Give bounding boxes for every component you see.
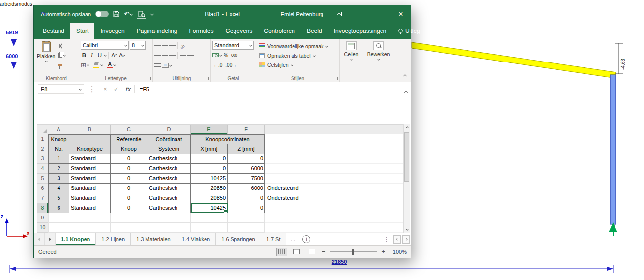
- cell-F3[interactable]: 0: [228, 154, 265, 164]
- cell-D6[interactable]: Carthesisch: [147, 184, 191, 193]
- cell-E6[interactable]: 20850: [191, 184, 228, 193]
- confirm-entry-icon[interactable]: [111, 86, 121, 93]
- cell-E8[interactable]: 10425: [191, 203, 228, 213]
- cell-A4[interactable]: 2: [48, 164, 69, 174]
- align-bottom-button[interactable]: [169, 44, 176, 48]
- zoom-out-button[interactable]: [322, 248, 326, 255]
- number-dialog-launcher-icon[interactable]: [251, 77, 254, 80]
- cell-fill-10[interactable]: [265, 223, 403, 233]
- column-header-B[interactable]: B: [69, 125, 111, 134]
- cell-D10[interactable]: [147, 223, 191, 233]
- normal-view-button[interactable]: [276, 248, 287, 256]
- cell-C10[interactable]: [111, 223, 147, 233]
- align-left-button[interactable]: [154, 54, 161, 58]
- cell-fill-1[interactable]: [265, 134, 403, 144]
- select-all-corner[interactable]: [37, 125, 48, 134]
- close-icon[interactable]: [390, 5, 411, 23]
- cell-C5[interactable]: 0: [111, 174, 147, 184]
- increase-font-button[interactable]: A: [111, 51, 117, 59]
- cell-E9[interactable]: [191, 213, 228, 223]
- minimize-icon[interactable]: [349, 5, 370, 23]
- ribbon-tab-invoegen[interactable]: Invoegen: [94, 23, 130, 39]
- cell-D5[interactable]: Carthesisch: [147, 174, 191, 184]
- clipboard-dialog-launcher-icon[interactable]: [74, 77, 77, 80]
- scrollbar-thumb[interactable]: [404, 132, 409, 182]
- cell-A1[interactable]: Knoop: [48, 134, 69, 144]
- column-header-E[interactable]: E: [191, 125, 228, 134]
- undo-icon[interactable]: [124, 10, 132, 18]
- align-center-button[interactable]: [162, 54, 168, 58]
- name-box-resize-handle[interactable]: [88, 84, 96, 93]
- underline-button[interactable]: U: [96, 51, 103, 59]
- increase-indent-button[interactable]: [187, 54, 194, 58]
- cell-B1[interactable]: [69, 134, 111, 144]
- cell-E2[interactable]: X [mm]: [191, 144, 228, 154]
- scroll-up-icon[interactable]: [404, 124, 410, 131]
- cell-E4[interactable]: 0: [191, 164, 228, 174]
- row-header-3[interactable]: 3: [37, 154, 48, 164]
- cell-D3[interactable]: Carthesisch: [147, 154, 191, 164]
- sheet-tab-1-3-materialen[interactable]: 1.3 Materialen: [131, 233, 176, 245]
- decrease-indent-button[interactable]: [180, 54, 186, 58]
- cell-fill-8[interactable]: [265, 203, 403, 213]
- cell-A9[interactable]: [48, 213, 69, 223]
- cell-fill-3[interactable]: [265, 154, 403, 164]
- zoom-percentage[interactable]: 100%: [390, 249, 407, 255]
- column-header-F[interactable]: F: [228, 125, 265, 134]
- tab-scroll-left-icon[interactable]: [393, 235, 401, 244]
- maximize-icon[interactable]: [370, 5, 390, 23]
- italic-button[interactable]: I: [88, 51, 95, 59]
- column-header-C[interactable]: C: [111, 125, 147, 134]
- zoom-in-button[interactable]: [381, 248, 385, 255]
- sheet-nav-left-icon[interactable]: [34, 233, 45, 245]
- row-header-9[interactable]: 9: [37, 213, 48, 223]
- cell-B8[interactable]: Standaard: [69, 203, 111, 213]
- scroll-down-icon[interactable]: [404, 226, 410, 233]
- cell-C4[interactable]: 0: [111, 164, 147, 174]
- thousands-format-button[interactable]: 000: [230, 53, 238, 58]
- print-preview-icon[interactable]: [137, 10, 146, 19]
- cell-fill-9[interactable]: [265, 213, 403, 223]
- share-icon[interactable]: [426, 23, 445, 39]
- title-bar[interactable]: Automatisch opslaan Blad1 - Excel Emiel …: [34, 5, 411, 23]
- cell-E10[interactable]: [191, 223, 228, 233]
- cell-A5[interactable]: 3: [48, 174, 69, 184]
- cell-E5[interactable]: 10425: [191, 174, 228, 184]
- cell-A6[interactable]: 4: [48, 184, 69, 193]
- cell-fill-2[interactable]: [265, 144, 403, 154]
- row-header-1[interactable]: 1: [37, 134, 48, 144]
- autosave-toggle[interactable]: [95, 11, 109, 17]
- qat-customize-icon[interactable]: [151, 13, 153, 15]
- font-size-select[interactable]: 8: [130, 41, 146, 50]
- percent-format-button[interactable]: %: [223, 53, 229, 58]
- cell-D2[interactable]: Systeem: [147, 144, 191, 154]
- new-sheet-button[interactable]: [302, 235, 310, 243]
- currency-format-button[interactable]: [212, 53, 219, 57]
- bold-button[interactable]: B: [81, 51, 88, 59]
- styles-dialog-launcher-icon[interactable]: [334, 77, 338, 80]
- fill-color-dropdown-icon[interactable]: [100, 63, 103, 66]
- cell-F10[interactable]: [228, 223, 265, 233]
- cell-F4[interactable]: 6000: [228, 164, 265, 174]
- cell-fill-5[interactable]: [265, 174, 403, 184]
- cell-A2[interactable]: No.: [48, 144, 69, 154]
- cell-F5[interactable]: 7500: [228, 174, 265, 184]
- currency-dropdown-icon[interactable]: [219, 54, 222, 57]
- name-box[interactable]: E8: [38, 84, 84, 94]
- insert-function-icon[interactable]: fx: [121, 86, 134, 93]
- editing-button[interactable]: Bewerken: [365, 40, 392, 61]
- alignment-dialog-launcher-icon[interactable]: [205, 77, 209, 80]
- sheet-tab-1-1-knopen[interactable]: 1.1 Knopen: [56, 233, 96, 245]
- borders-dropdown-icon[interactable]: [87, 63, 89, 66]
- fill-color-button[interactable]: [93, 62, 100, 68]
- cell-D8[interactable]: Carthesisch: [147, 203, 191, 213]
- ribbon-tab-invoegtoepassingen[interactable]: Invoegtoepassingen: [328, 23, 392, 39]
- row-header-2[interactable]: 2: [37, 144, 48, 154]
- vertical-scrollbar[interactable]: [403, 124, 410, 233]
- cell-C7[interactable]: 0: [111, 193, 147, 203]
- column-header-A[interactable]: A: [48, 125, 69, 134]
- format-painter-button[interactable]: [58, 61, 65, 68]
- cells-button[interactable]: Cellen: [341, 40, 361, 61]
- cell-A3[interactable]: 1: [48, 154, 69, 164]
- cell-D7[interactable]: Carthesisch: [147, 193, 191, 203]
